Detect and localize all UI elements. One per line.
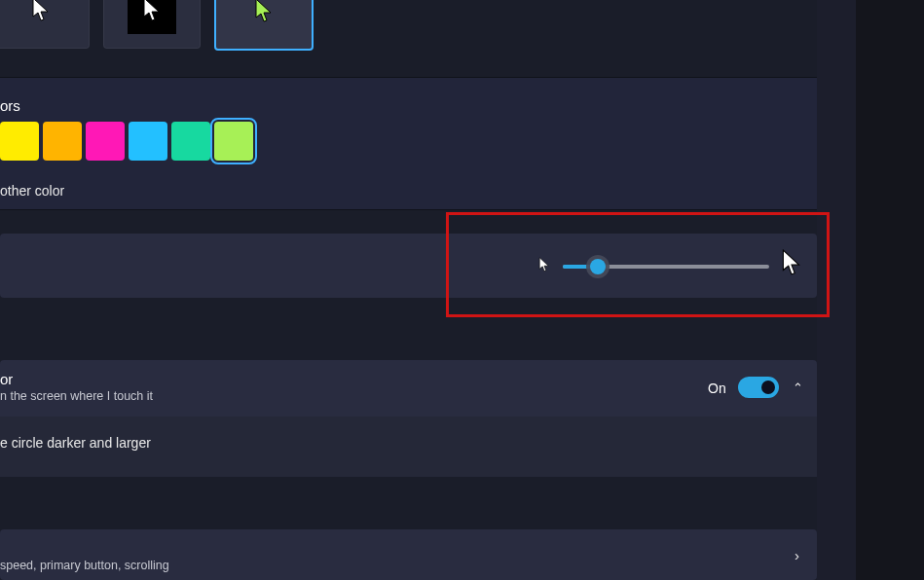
recommended-colors-label: ors [0,97,20,114]
cursor-white-icon [31,0,51,22]
chevron-right-icon: › [795,547,799,563]
divider [0,209,817,210]
swatch-teal[interactable] [171,122,210,161]
right-gutter [856,0,924,580]
touch-indicator-title: or [0,371,13,387]
swatch-orange[interactable] [43,122,82,161]
pointer-style-inverted[interactable] [103,0,201,49]
chevron-up-icon[interactable]: ⌃ [793,381,803,395]
pointer-style-custom-color[interactable] [214,0,314,51]
cursor-color-icon [254,0,274,23]
mouse-settings-row[interactable] [0,529,817,580]
mouse-settings-subtitle: speed, primary button, scrolling [0,559,169,572]
swatch-magenta[interactable] [86,122,125,161]
cursor-small-icon [538,257,550,275]
touch-indicator-toggle-label: On [708,381,726,396]
content-edge-strip [817,0,856,580]
swatch-cyan[interactable] [129,122,167,161]
cursor-large-icon [781,249,802,282]
swatch-yellow[interactable] [0,122,39,161]
swatch-lime[interactable] [214,122,253,161]
touch-indicator-subtitle: n the screen where I touch it [0,389,153,403]
touch-indicator-toggle[interactable] [738,377,779,398]
pointer-size-slider-thumb[interactable] [590,259,606,274]
touch-indicator-row[interactable] [0,360,817,417]
cursor-inverted-icon [142,0,162,22]
pointer-style-white[interactable] [0,0,90,49]
pointer-style-tiles [0,0,817,49]
choose-another-color-link[interactable]: other color [0,183,64,199]
color-swatches [0,122,253,161]
touch-darker-larger-label: e circle darker and larger [0,435,151,451]
